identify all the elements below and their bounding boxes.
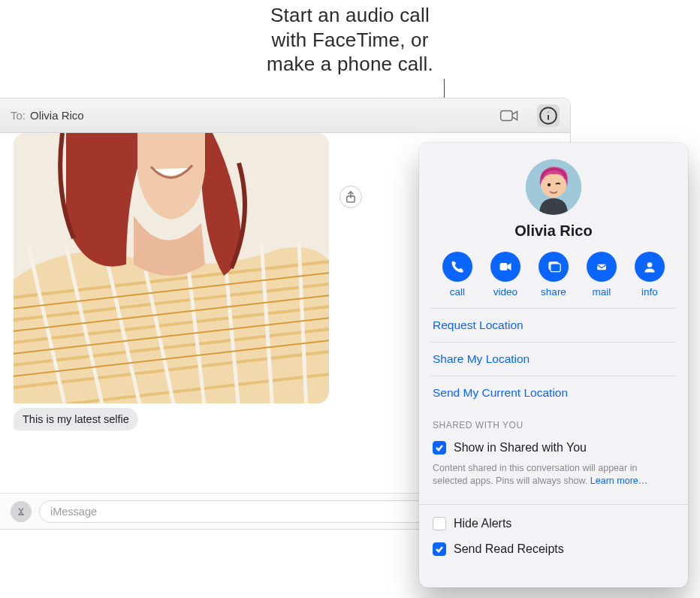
annotation-line: Start an audio call <box>0 3 700 28</box>
show-in-shared-checkbox[interactable] <box>433 441 446 455</box>
memoji-avatar <box>526 159 581 215</box>
svg-point-2 <box>548 111 548 112</box>
svg-point-8 <box>548 183 551 186</box>
app-store-icon <box>14 504 29 519</box>
share-action[interactable]: share <box>533 252 574 297</box>
svg-point-14 <box>647 262 653 267</box>
help-annotation: Start an audio call with FaceTime, or ma… <box>0 3 700 77</box>
hide-alerts-row[interactable]: Hide Alerts <box>431 505 676 530</box>
info-icon <box>539 106 558 125</box>
call-action[interactable]: call <box>437 252 478 297</box>
incoming-message-bubble[interactable]: This is my latest selfie <box>14 408 138 430</box>
phone-icon <box>450 259 465 274</box>
shared-with-you-header: SHARED WITH YOU <box>431 409 676 436</box>
share-icon <box>345 191 356 203</box>
location-links: Request Location Share My Location Send … <box>431 308 676 409</box>
svg-rect-13 <box>597 264 606 270</box>
details-button[interactable] <box>537 104 560 127</box>
facetime-video-button[interactable] <box>498 104 520 127</box>
send-read-receipts-row[interactable]: Send Read Receipts <box>431 530 676 556</box>
image-attachment[interactable] <box>14 133 329 403</box>
action-label: share <box>541 286 566 297</box>
show-in-shared-row[interactable]: Show in Shared with You <box>431 436 676 462</box>
annotation-line: make a phone call. <box>0 52 700 77</box>
info-action[interactable]: info <box>629 252 670 297</box>
shared-helper-text: Content shared in this conversation will… <box>431 462 676 500</box>
details-popover: Olivia Rico call video share mail <box>419 143 688 587</box>
read-receipts-checkbox[interactable] <box>433 542 446 556</box>
video-icon <box>498 259 513 274</box>
attachment-share-button[interactable] <box>339 186 362 208</box>
contact-avatar[interactable] <box>526 159 581 215</box>
mail-action[interactable]: mail <box>581 252 622 297</box>
action-label: video <box>493 286 517 297</box>
recipient-name: Olivia Rico <box>30 109 84 122</box>
action-label: mail <box>593 286 611 297</box>
screen-share-icon <box>546 259 561 274</box>
action-label: info <box>641 286 658 297</box>
conversation-header: To: Olivia Rico <box>0 98 570 133</box>
message-text: This is my latest selfie <box>23 413 129 425</box>
request-location-link[interactable]: Request Location <box>431 309 676 343</box>
input-placeholder: iMessage <box>50 506 97 518</box>
video-action[interactable]: video <box>485 252 526 297</box>
selfie-image <box>14 133 329 403</box>
quick-actions-row: call video share mail info <box>431 252 676 308</box>
action-label: call <box>450 286 465 297</box>
send-current-location-link[interactable]: Send My Current Location <box>431 376 676 409</box>
learn-more-link[interactable]: Learn more… <box>590 476 647 486</box>
apps-button[interactable] <box>11 501 32 522</box>
svg-rect-0 <box>501 110 512 120</box>
contact-name: Olivia Rico <box>431 222 676 240</box>
svg-rect-11 <box>551 264 560 272</box>
video-camera-icon <box>499 106 519 125</box>
annotation-line: with FaceTime, or <box>0 28 700 53</box>
svg-rect-9 <box>500 263 508 270</box>
checkbox-label: Hide Alerts <box>454 517 511 530</box>
person-icon <box>642 259 657 274</box>
share-my-location-link[interactable]: Share My Location <box>431 343 676 376</box>
to-label: To: <box>11 109 26 122</box>
checkbox-label: Show in Shared with You <box>454 441 587 455</box>
hide-alerts-checkbox[interactable] <box>433 517 446 530</box>
checkbox-label: Send Read Receipts <box>454 542 564 556</box>
mail-icon <box>594 259 609 274</box>
